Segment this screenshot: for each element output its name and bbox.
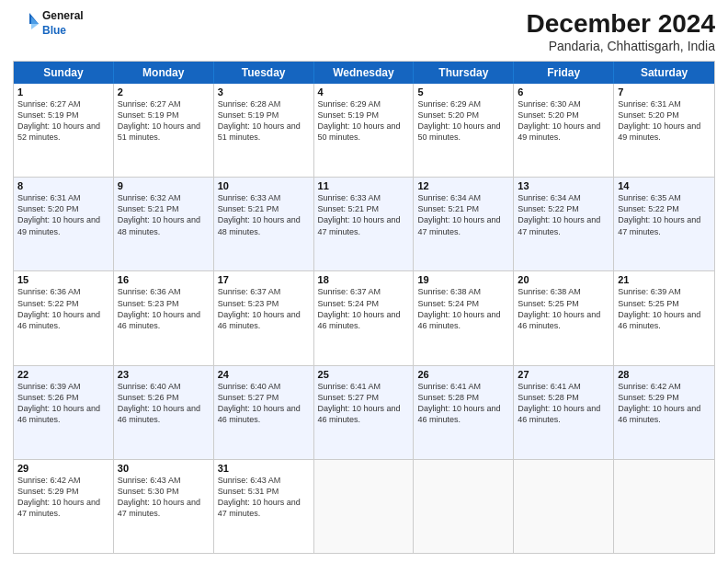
day-24: 24 Sunrise: 6:40 AM Sunset: 5:27 PM Dayl…: [214, 366, 314, 459]
day-20: 20 Sunrise: 6:38 AM Sunset: 5:25 PM Dayl…: [514, 271, 614, 364]
cell-info: Sunrise: 6:27 AM Sunset: 5:19 PM Dayligh…: [17, 98, 109, 144]
day-6: 6 Sunrise: 6:30 AM Sunset: 5:20 PM Dayli…: [514, 84, 614, 177]
week-row-3: 15 Sunrise: 6:36 AM Sunset: 5:22 PM Dayl…: [14, 270, 714, 364]
day-7: 7 Sunrise: 6:31 AM Sunset: 5:20 PM Dayli…: [614, 84, 714, 177]
header-friday: Friday: [514, 62, 614, 84]
week-row-4: 22 Sunrise: 6:39 AM Sunset: 5:26 PM Dayl…: [14, 365, 714, 459]
day-1: 1 Sunrise: 6:27 AM Sunset: 5:19 PM Dayli…: [14, 84, 114, 177]
header-monday: Monday: [114, 62, 214, 84]
empty-cell-2: [414, 460, 514, 553]
day-27: 27 Sunrise: 6:41 AM Sunset: 5:28 PM Dayl…: [514, 366, 614, 459]
calendar-body: 1 Sunrise: 6:27 AM Sunset: 5:19 PM Dayli…: [14, 84, 714, 553]
week-row-2: 8 Sunrise: 6:31 AM Sunset: 5:20 PM Dayli…: [14, 177, 714, 270]
day-number: 1: [17, 86, 109, 98]
main-title: December 2024: [527, 9, 715, 39]
day-10: 10 Sunrise: 6:33 AM Sunset: 5:21 PM Dayl…: [214, 178, 314, 270]
day-15: 15 Sunrise: 6:36 AM Sunset: 5:22 PM Dayl…: [14, 271, 114, 364]
day-13: 13 Sunrise: 6:34 AM Sunset: 5:22 PM Dayl…: [514, 178, 614, 270]
week-row-5: 29 Sunrise: 6:42 AM Sunset: 5:29 PM Dayl…: [14, 459, 714, 553]
day-12: 12 Sunrise: 6:34 AM Sunset: 5:21 PM Dayl…: [414, 178, 514, 270]
day-29: 29 Sunrise: 6:42 AM Sunset: 5:29 PM Dayl…: [14, 460, 114, 553]
day-17: 17 Sunrise: 6:37 AM Sunset: 5:23 PM Dayl…: [214, 271, 314, 364]
day-30: 30 Sunrise: 6:43 AM Sunset: 5:30 PM Dayl…: [114, 460, 214, 553]
empty-cell-4: [614, 460, 714, 553]
day-21: 21 Sunrise: 6:39 AM Sunset: 5:25 PM Dayl…: [614, 271, 714, 364]
day-26: 26 Sunrise: 6:41 AM Sunset: 5:28 PM Dayl…: [414, 366, 514, 459]
calendar: Sunday Monday Tuesday Wednesday Thursday…: [13, 61, 715, 554]
header-thursday: Thursday: [414, 62, 514, 84]
header-wednesday: Wednesday: [314, 62, 415, 84]
day-3: 3 Sunrise: 6:28 AM Sunset: 5:19 PM Dayli…: [214, 84, 314, 177]
day-31: 31 Sunrise: 6:43 AM Sunset: 5:31 PM Dayl…: [214, 460, 314, 553]
day-28: 28 Sunrise: 6:42 AM Sunset: 5:29 PM Dayl…: [614, 366, 714, 459]
svg-marker-1: [31, 17, 39, 29]
calendar-page: General Blue December 2024 Pandaria, Chh…: [0, 0, 728, 563]
day-9: 9 Sunrise: 6:32 AM Sunset: 5:21 PM Dayli…: [114, 178, 214, 270]
week-row-1: 1 Sunrise: 6:27 AM Sunset: 5:19 PM Dayli…: [14, 84, 714, 177]
day-22: 22 Sunrise: 6:39 AM Sunset: 5:26 PM Dayl…: [14, 366, 114, 459]
day-11: 11 Sunrise: 6:33 AM Sunset: 5:21 PM Dayl…: [314, 178, 415, 270]
day-4: 4 Sunrise: 6:29 AM Sunset: 5:19 PM Dayli…: [314, 84, 415, 177]
logo: General Blue: [13, 9, 84, 39]
day-16: 16 Sunrise: 6:36 AM Sunset: 5:23 PM Dayl…: [114, 271, 214, 364]
day-19: 19 Sunrise: 6:38 AM Sunset: 5:24 PM Dayl…: [414, 271, 514, 364]
subtitle: Pandaria, Chhattisgarh, India: [527, 39, 715, 53]
day-23: 23 Sunrise: 6:40 AM Sunset: 5:26 PM Dayl…: [114, 366, 214, 459]
calendar-header: Sunday Monday Tuesday Wednesday Thursday…: [14, 62, 714, 84]
day-14: 14 Sunrise: 6:35 AM Sunset: 5:22 PM Dayl…: [614, 178, 714, 270]
empty-cell-1: [314, 460, 415, 553]
header-saturday: Saturday: [614, 62, 714, 84]
page-header: General Blue December 2024 Pandaria, Chh…: [13, 9, 715, 53]
day-25: 25 Sunrise: 6:41 AM Sunset: 5:27 PM Dayl…: [314, 366, 415, 459]
title-area: December 2024 Pandaria, Chhattisgarh, In…: [527, 9, 715, 53]
day-5: 5 Sunrise: 6:29 AM Sunset: 5:20 PM Dayli…: [414, 84, 514, 177]
header-sunday: Sunday: [14, 62, 114, 84]
day-2: 2 Sunrise: 6:27 AM Sunset: 5:19 PM Dayli…: [114, 84, 214, 177]
header-tuesday: Tuesday: [214, 62, 314, 84]
day-8: 8 Sunrise: 6:31 AM Sunset: 5:20 PM Dayli…: [14, 178, 114, 270]
day-18: 18 Sunrise: 6:37 AM Sunset: 5:24 PM Dayl…: [314, 271, 415, 364]
empty-cell-3: [514, 460, 614, 553]
